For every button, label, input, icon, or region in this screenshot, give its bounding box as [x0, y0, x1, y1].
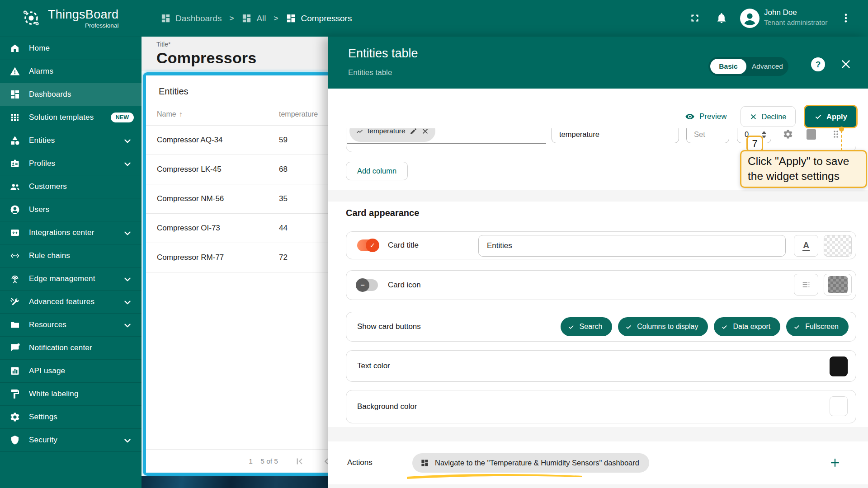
dashboards-icon [9, 89, 20, 100]
sidebar-item-label: Entities [29, 136, 55, 145]
column-header-name[interactable]: Name ↑ [157, 110, 279, 118]
card-title-input[interactable] [478, 235, 786, 257]
mode-basic-button[interactable]: Basic [710, 59, 746, 74]
breadcrumb-item-dashboards[interactable]: Dashboards [160, 13, 222, 23]
section-divider [328, 484, 868, 488]
data-key-chip[interactable]: temperature [349, 128, 435, 142]
sidebar-item-integrations-center[interactable]: Integrations center [0, 221, 142, 244]
card-button-fullscreen[interactable]: Fullscreen [786, 317, 849, 336]
remove-key-icon[interactable] [421, 128, 429, 135]
sidebar-item-solution-templates[interactable]: Solution templates NEW [0, 106, 142, 129]
apply-button[interactable]: Apply [804, 105, 858, 128]
sidebar-item-edge-management[interactable]: Edge management [0, 267, 142, 291]
icon-select-button[interactable] [794, 274, 818, 296]
table-row[interactable]: Compressor LK-45 68 [146, 155, 339, 184]
title-font-settings-button[interactable]: A [794, 235, 818, 257]
entities-table-widget: Entities Name ↑ temperature Compressor A… [146, 75, 339, 473]
breadcrumb-label: Dashboards [175, 14, 222, 23]
column-width-set-field[interactable]: Set [686, 128, 729, 143]
table-row[interactable]: Compressor RM-77 72 [146, 243, 339, 272]
sidebar-item-rule-chains[interactable]: Rule chains [0, 244, 142, 267]
sidebar-item-label: Dashboards [29, 90, 71, 99]
sidebar-item-label: Notification center [29, 343, 92, 352]
dashboard-title[interactable]: Compressors [156, 49, 328, 67]
icon-color-button[interactable] [824, 274, 852, 296]
home-icon [9, 43, 20, 54]
breadcrumb-item-compressors[interactable]: Compressors [286, 13, 352, 23]
notifications-bell-icon[interactable] [716, 12, 727, 24]
table-body: Compressor AQ-34 59 Compressor LK-45 68 … [146, 126, 339, 272]
text-color-swatch[interactable] [830, 357, 848, 376]
column-header-temperature[interactable]: temperature [279, 110, 318, 118]
add-action-button[interactable] [827, 455, 843, 471]
card-icon-toggle[interactable]: − [357, 279, 378, 291]
table-row[interactable]: Compressor OI-73 44 [146, 214, 339, 243]
sidebar-item-alarms[interactable]: Alarms [0, 60, 142, 83]
sidebar-item-resources[interactable]: Resources [0, 314, 142, 337]
help-button[interactable]: ? [811, 57, 825, 71]
font-format-icon: A [802, 241, 810, 251]
decline-button[interactable]: Decline [741, 106, 796, 127]
user-info[interactable]: John Doe Tenant administrator [764, 8, 836, 27]
sidebar-item-label: Security [29, 436, 57, 445]
edit-pencil-icon[interactable] [410, 128, 417, 135]
sidebar-item-advanced-features[interactable]: Advanced features [0, 291, 142, 314]
widget-title: Entities [146, 75, 339, 97]
sidebar-item-api-usage[interactable]: API usage [0, 360, 142, 383]
mode-advanced-button[interactable]: Advanced [746, 62, 788, 70]
sort-asc-icon: ↑ [179, 110, 183, 118]
gear-icon [9, 412, 20, 422]
breadcrumb-item-all[interactable]: All [241, 13, 266, 23]
breadcrumb-label: All [256, 14, 266, 23]
add-column-button[interactable]: Add column [346, 162, 408, 180]
column-color-swatch[interactable] [807, 129, 816, 140]
sidebar-item-white-labeling[interactable]: White labeling [0, 383, 142, 406]
sidebar-item-users[interactable]: Users [0, 198, 142, 221]
card-button-label: Search [580, 323, 603, 331]
sidebar-item-dashboards[interactable]: Dashboards [0, 83, 142, 106]
sidebar-item-home[interactable]: Home [0, 37, 142, 60]
sidebar-item-label: White labeling [29, 389, 79, 399]
background-color-swatch[interactable] [830, 396, 848, 416]
sidebar-item-entities[interactable]: Entities [0, 129, 142, 152]
x-icon [750, 113, 757, 121]
avatar[interactable] [740, 9, 760, 28]
column-settings-gear-icon[interactable] [783, 129, 793, 140]
sidebar-item-customers[interactable]: Customers [0, 175, 142, 198]
sidebar-item-profiles[interactable]: Profiles [0, 152, 142, 175]
card-button-columns-to-display[interactable]: Columns to display [618, 317, 708, 336]
action-item-chip[interactable]: Navigate to the "Temperature & Humidity … [412, 453, 649, 473]
preview-button[interactable]: Preview [685, 106, 726, 127]
close-icon[interactable] [840, 58, 852, 70]
card-icon-row: − Card icon [346, 270, 856, 300]
card-button-label: Data export [733, 323, 770, 331]
sidebar-item-label: Home [29, 44, 50, 53]
tour-tooltip: Click "Apply" to save the widget setting… [740, 150, 867, 188]
selected-widget-frame[interactable]: Entities Name ↑ temperature Compressor A… [143, 72, 342, 476]
sidebar-item-notification-center[interactable]: Notification center [0, 337, 142, 360]
sidebar-item-settings[interactable]: Settings [0, 406, 142, 429]
card-button-data-export[interactable]: Data export [714, 317, 780, 336]
sidebar-item-label: Integrations center [29, 228, 94, 237]
sidebar-item-security[interactable]: Security [0, 429, 142, 452]
cell-temperature: 72 [279, 253, 288, 262]
table-row[interactable]: Compressor NM-56 35 [146, 184, 339, 214]
card-title-toggle[interactable]: ✓ [357, 239, 378, 251]
table-row[interactable]: Compressor AQ-34 59 [146, 126, 339, 155]
first-page-icon[interactable] [293, 455, 305, 467]
paint-icon [9, 389, 20, 399]
fullscreen-icon[interactable] [689, 12, 701, 24]
card-button-search[interactable]: Search [561, 317, 613, 336]
column-label-field[interactable]: temperature [552, 128, 679, 143]
transparent-color-swatch [828, 276, 848, 293]
sidebar-item-label: Users [29, 205, 49, 214]
user-name: John Doe [764, 8, 836, 17]
section-divider [328, 190, 868, 202]
chevron-down-icon [123, 228, 132, 238]
ethernet-icon [9, 250, 20, 261]
title-color-button[interactable] [824, 235, 852, 257]
more-vert-icon[interactable] [840, 12, 852, 24]
chat-icon [9, 343, 20, 353]
badge-icon [9, 158, 20, 169]
folder-icon [9, 319, 20, 330]
